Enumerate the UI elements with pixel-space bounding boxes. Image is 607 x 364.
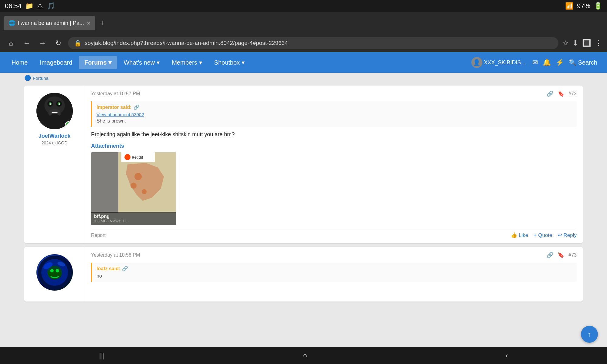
post-num-73: #73 [568,252,577,258]
new-tab-button[interactable]: + [98,18,107,29]
like-icon-72: 👍 [511,232,517,238]
user-avatar-72: ● [36,93,73,129]
quote-block-73: loafz said: 🔗 no [91,263,577,282]
post-actions-top-73: 🔗 🔖 #73 [547,252,577,258]
browser-nav: ⌂ ← → ↻ 🔒 soyjak.blog/index.php?threads/… [0,34,607,52]
browser-tab-active[interactable]: 🌐 I wanna be an admin | Pa... ✕ [4,16,95,30]
post-text-72: Projecting again like the jeet-kike shit… [91,130,577,139]
file-size-72: 1.3 MB [94,219,107,223]
nav-whats-new[interactable]: What's new ▾ [118,56,165,69]
extensions-icon[interactable]: 🔳 [582,39,591,47]
search-button[interactable]: 🔍 Search [565,57,601,68]
download-icon[interactable]: ⬇ [572,39,578,47]
post-card-73: Yesterday at 10:58 PM 🔗 🔖 #73 loafz said… [24,247,583,302]
breadcrumb-row: 🔵 Fortuna [0,73,607,83]
menu-icon[interactable]: ⋮ [595,39,602,47]
quote-label-72: Quote [538,232,552,238]
svg-point-13 [134,173,142,180]
forum-nav: Home Imageboard Forums ▾ What's new ▾ Me… [0,52,607,73]
nav-recents-button[interactable]: ||| [92,349,112,362]
reply-icon-72: ↩ [558,232,562,238]
wifi-icon: 📶 [565,2,573,10]
svg-text:Reddit: Reddit [132,155,143,160]
post-card-72: ● JoelWarlock 2024 oldGOD Yesterday at 1… [24,86,583,243]
nav-home-button[interactable]: ⌂ [5,37,17,49]
post-sidebar-72: ● JoelWarlock 2024 oldGOD [24,86,85,243]
reply-button-72[interactable]: ↩ Reply [558,232,577,238]
quote-text-73: no [97,273,572,279]
post-usertitle-72: 2024 oldGOD [29,140,80,145]
quote-author-72: Imperator said: 🔗 [97,104,572,110]
notifications-icon[interactable]: 🔔 [543,59,551,66]
post-sidebar-73 [24,247,85,302]
post-num-72: #72 [568,91,577,96]
share-icon-72[interactable]: 🔗 [547,90,553,97]
quote-button-72[interactable]: + Quote [534,232,552,238]
bookmark-icon-73[interactable]: 🔖 [558,252,564,258]
address-bar[interactable]: 🔒 soyjak.blog/index.php?threads/i-wanna-… [68,37,558,49]
breadcrumb: 🔵 Fortuna [24,75,49,81]
page-content: ● JoelWarlock 2024 oldGOD Yesterday at 1… [0,83,607,357]
search-label: Search [578,59,597,66]
nav-forward-button[interactable]: → [36,37,49,49]
nav-imageboard[interactable]: Imageboard [34,56,78,69]
status-time: 06:54 [5,2,22,10]
nav-forums[interactable]: Forums ▾ [79,56,117,69]
nav-refresh-button[interactable]: ↻ [52,37,64,49]
svg-rect-11 [91,152,118,213]
lightning-icon[interactable]: ⚡ [556,59,564,66]
like-button-72[interactable]: 👍 Like [511,232,528,238]
quote-text-72: She is brown. [97,118,572,124]
close-tab-icon[interactable]: ✕ [86,20,90,26]
svg-point-15 [142,189,147,194]
nav-home[interactable]: Home [6,56,33,69]
svg-point-10 [50,113,59,119]
quote-icon-72: + [534,232,537,238]
nav-whats-new-label: What's new [124,59,155,66]
nav-back-button[interactable]: ← [21,37,33,49]
nav-forums-label: Forums [84,59,107,66]
report-button-72[interactable]: Report [91,233,106,238]
status-bar: 06:54 📁 ⚠ 🎵 📶 97% 🔋 [0,0,607,12]
nav-back-android-button[interactable]: ‹ [498,349,515,362]
tab-label: I wanna be an admin | Pa... [18,20,84,26]
whats-new-dropdown-icon: ▾ [157,59,160,66]
attachment-image-72[interactable]: Reddit bff.png 1.3 MB · Views: 11 [91,152,176,225]
quote-author-73: loafz said: 🔗 [97,266,572,271]
scroll-to-top-button[interactable]: ↑ [581,326,598,343]
post-username-72[interactable]: JoelWarlock [29,133,80,139]
online-badge-72: ● [65,121,72,128]
forums-dropdown-icon: ▾ [108,59,111,66]
nav-shoutbox[interactable]: Shoutbox ▾ [209,56,250,69]
status-media-icon: 🎵 [47,2,55,10]
post-timestamp-72: Yesterday at 10:57 PM [91,91,140,96]
nav-home-label: Home [12,59,28,66]
nav-user-profile[interactable]: 👤 XXX_SKIBIDIS... [466,54,531,71]
nav-home-android-button[interactable]: ○ [296,349,315,362]
post-header-72: Yesterday at 10:57 PM 🔗 🔖 #72 [91,90,577,97]
quote-attachment-link-72[interactable]: View attachment 53902 [97,112,572,117]
svg-point-14 [131,183,137,189]
quote-block-72: Imperator said: 🔗 View attachment 53902 … [91,101,577,127]
status-warning-icon: ⚠ [37,2,43,10]
post-body-72: Yesterday at 10:57 PM 🔗 🔖 #72 Imperator … [85,86,583,243]
bookmark-icon-72[interactable]: 🔖 [558,90,564,97]
breadcrumb-user[interactable]: Fortuna [33,76,49,81]
members-dropdown-icon: ▾ [199,59,202,66]
post-footer-72: Report 👍 Like + Quote ↩ Reply [91,229,577,238]
nav-members[interactable]: Members ▾ [166,56,207,69]
svg-point-7 [59,103,60,105]
bottom-nav-bar: ||| ○ ‹ [0,347,607,364]
post-timestamp-73: Yesterday at 10:58 PM [91,252,140,258]
battery-indicator: 97% [577,2,590,10]
username-nav: XXX_SKIBIDIS... [484,59,526,66]
nav-imageboard-label: Imageboard [40,59,72,66]
messages-icon[interactable]: ✉ [532,59,538,66]
star-icon[interactable]: ☆ [562,39,569,47]
nav-actions: ☆ ⬇ 🔳 ⋮ [562,39,602,47]
post-body-73: Yesterday at 10:58 PM 🔗 🔖 #73 loafz said… [85,247,583,302]
share-icon-73[interactable]: 🔗 [547,252,553,258]
quote-link-icon-73: 🔗 [122,266,128,271]
nav-icon-group: ✉ 🔔 ⚡ [532,59,564,66]
attachment-meta-72: 1.3 MB · Views: 11 [94,219,173,223]
